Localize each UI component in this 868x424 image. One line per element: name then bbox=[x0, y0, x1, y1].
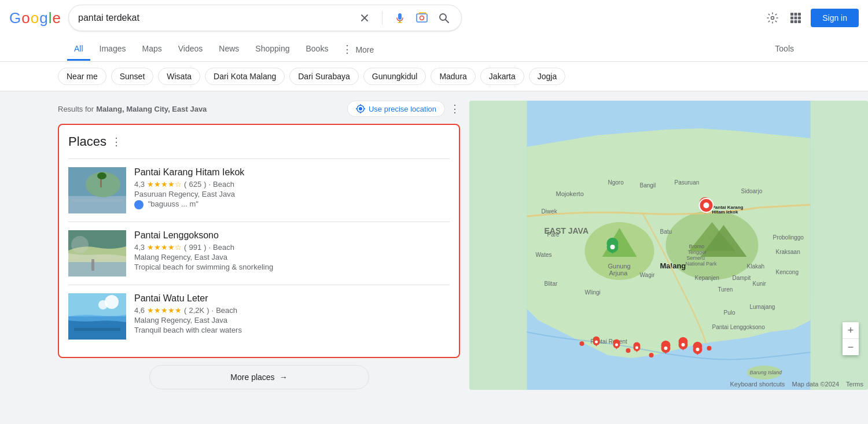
svg-point-3 bbox=[420, 16, 424, 20]
chip-madura[interactable]: Madura bbox=[431, 68, 475, 85]
svg-rect-2 bbox=[417, 14, 427, 22]
location-icon bbox=[356, 104, 365, 113]
tab-more[interactable]: ⋮ More bbox=[337, 37, 378, 61]
precise-location-label: Use precise location bbox=[369, 105, 436, 113]
location-header: Results for Malang, Malang City, East Ja… bbox=[58, 101, 460, 117]
svg-point-96 bbox=[649, 353, 654, 357]
svg-rect-11 bbox=[795, 17, 797, 20]
main-content: Results for Malang, Malang City, East Ja… bbox=[0, 91, 868, 390]
svg-rect-15 bbox=[798, 20, 801, 23]
svg-text:Gunung: Gunung bbox=[608, 263, 631, 270]
svg-text:EAST JAVA: EAST JAVA bbox=[545, 226, 589, 235]
tab-tools[interactable]: Tools bbox=[768, 38, 801, 61]
svg-text:Dampit: Dampit bbox=[733, 275, 751, 281]
svg-text:Probolinggo: Probolinggo bbox=[773, 234, 804, 241]
place-info-1: Pantai Karang Hitam Iekok 4,3 ★★★★☆ (625… bbox=[134, 167, 450, 213]
svg-point-6 bbox=[771, 17, 774, 20]
svg-text:Barung Island: Barung Island bbox=[750, 370, 783, 375]
map-panel[interactable]: Malang Wagir Kepanjen Turen Dampit Mojok… bbox=[469, 101, 868, 390]
svg-text:Blitar: Blitar bbox=[545, 281, 558, 287]
type-1: Beach bbox=[213, 180, 234, 189]
place-location-2: Malang Regency, East Java bbox=[134, 253, 450, 261]
results-location: Malang, Malang City, East Java bbox=[96, 105, 207, 113]
voice-search-icon[interactable] bbox=[392, 10, 408, 26]
chip-dari-surabaya[interactable]: Dari Surabaya bbox=[289, 68, 359, 85]
chip-dari-kota-malang[interactable]: Dari Kota Malang bbox=[205, 68, 285, 85]
svg-text:Kraksaan: Kraksaan bbox=[776, 249, 800, 255]
chip-sunset[interactable]: Sunset bbox=[111, 68, 154, 85]
svg-point-97 bbox=[707, 346, 712, 351]
svg-text:Kunir: Kunir bbox=[753, 281, 767, 287]
tab-news[interactable]: News bbox=[212, 38, 246, 61]
svg-text:Semeru: Semeru bbox=[687, 255, 705, 261]
type-3: Beach bbox=[216, 306, 237, 315]
terms-link[interactable]: Terms bbox=[846, 381, 863, 388]
place-meta-1: 4,3 ★★★★☆ (625) · Beach bbox=[134, 180, 450, 189]
svg-text:Wates: Wates bbox=[536, 252, 552, 258]
svg-text:Turen: Turen bbox=[718, 286, 733, 293]
svg-text:Tengger: Tengger bbox=[688, 249, 707, 255]
place-image-1 bbox=[68, 167, 126, 213]
chip-near-me[interactable]: Near me bbox=[58, 68, 106, 85]
place-info-2: Pantai Lenggoksono 4,3 ★★★★☆ (991) · Bea… bbox=[134, 230, 450, 276]
precise-location-button[interactable]: Use precise location bbox=[347, 101, 445, 117]
tab-shopping[interactable]: Shopping bbox=[248, 38, 296, 61]
svg-text:Hitam Iekok: Hitam Iekok bbox=[712, 209, 738, 215]
zoom-out-button[interactable]: − bbox=[843, 339, 859, 355]
review-count-3: 2,2K bbox=[189, 306, 204, 315]
settings-icon[interactable] bbox=[764, 10, 781, 26]
svg-text:Batu: Batu bbox=[660, 228, 672, 235]
search-input[interactable]: pantai terdekat bbox=[78, 13, 356, 23]
chip-jogja[interactable]: Jogja bbox=[529, 68, 565, 85]
more-places-button[interactable]: More places → bbox=[149, 365, 369, 389]
apps-icon[interactable] bbox=[788, 10, 804, 26]
map-footer: Keyboard shortcuts Map data ©2024 Terms bbox=[730, 381, 864, 388]
svg-text:Pantai Lenggoksono: Pantai Lenggoksono bbox=[712, 324, 766, 330]
review-count-2: 991 bbox=[189, 243, 201, 252]
svg-text:Malang: Malang bbox=[660, 261, 686, 270]
place-info-3: Pantai Watu Leter 4,6 ★★★★★ (2,2K) · Bea… bbox=[134, 293, 450, 340]
more-options-icon[interactable]: ⋮ bbox=[450, 102, 460, 115]
place-item-2[interactable]: Pantai Lenggoksono 4,3 ★★★★☆ (991) · Bea… bbox=[68, 222, 450, 285]
sign-in-button[interactable]: Sign in bbox=[811, 9, 859, 27]
places-title-row: Places ⋮ bbox=[68, 134, 450, 149]
user-avatar-icon-1 bbox=[134, 200, 144, 209]
places-title: Places bbox=[68, 134, 106, 149]
search-bar-wrapper: pantai terdekat bbox=[68, 5, 462, 31]
tab-videos[interactable]: Videos bbox=[171, 38, 210, 61]
search-submit-icon[interactable] bbox=[436, 10, 452, 26]
place-name-1: Pantai Karang Hitam Iekok bbox=[134, 167, 450, 178]
chip-wisata[interactable]: Wisata bbox=[158, 68, 200, 85]
header: Google pantai terdekat bbox=[0, 0, 868, 62]
map-zoom-controls: + − bbox=[843, 322, 859, 355]
tab-all[interactable]: All bbox=[67, 38, 90, 61]
svg-text:Wlingi: Wlingi bbox=[585, 289, 601, 296]
tab-books[interactable]: Books bbox=[299, 38, 335, 61]
place-name-2: Pantai Lenggoksono bbox=[134, 230, 450, 241]
image-search-icon[interactable] bbox=[414, 10, 430, 26]
rating-2: 4,3 bbox=[134, 243, 145, 252]
stars-3: ★★★★★ bbox=[147, 306, 182, 315]
tab-maps[interactable]: Maps bbox=[135, 38, 168, 61]
clear-icon[interactable] bbox=[356, 10, 373, 26]
svg-point-93 bbox=[696, 348, 700, 351]
place-location-3: Malang Regency, East Java bbox=[134, 316, 450, 325]
places-panel: Results for Malang, Malang City, East Ja… bbox=[58, 101, 460, 390]
keyboard-shortcuts-link[interactable]: Keyboard shortcuts bbox=[730, 381, 785, 388]
svg-rect-7 bbox=[790, 13, 793, 16]
review-count-1: ( bbox=[184, 180, 186, 189]
svg-text:Mojokerto: Mojokerto bbox=[556, 190, 584, 197]
chip-gunungkidul[interactable]: Gunungkidul bbox=[363, 68, 426, 85]
places-menu-icon[interactable]: ⋮ bbox=[111, 135, 122, 148]
tab-images[interactable]: Images bbox=[93, 38, 133, 61]
place-item-1[interactable]: Pantai Karang Hitam Iekok 4,3 ★★★★☆ (625… bbox=[68, 158, 450, 222]
zoom-in-button[interactable]: + bbox=[843, 322, 859, 338]
rating-3: 4,6 bbox=[134, 306, 145, 315]
place-meta-3: 4,6 ★★★★★ (2,2K) · Beach bbox=[134, 306, 450, 315]
place-desc-2: Tropical beach for swimming & snorkeling bbox=[134, 263, 450, 271]
search-divider bbox=[382, 11, 382, 25]
svg-point-27 bbox=[97, 172, 106, 179]
chip-jakarta[interactable]: Jakarta bbox=[480, 68, 524, 85]
place-item-3[interactable]: Pantai Watu Leter 4,6 ★★★★★ (2,2K) · Bea… bbox=[68, 285, 450, 348]
svg-point-85 bbox=[615, 344, 618, 346]
